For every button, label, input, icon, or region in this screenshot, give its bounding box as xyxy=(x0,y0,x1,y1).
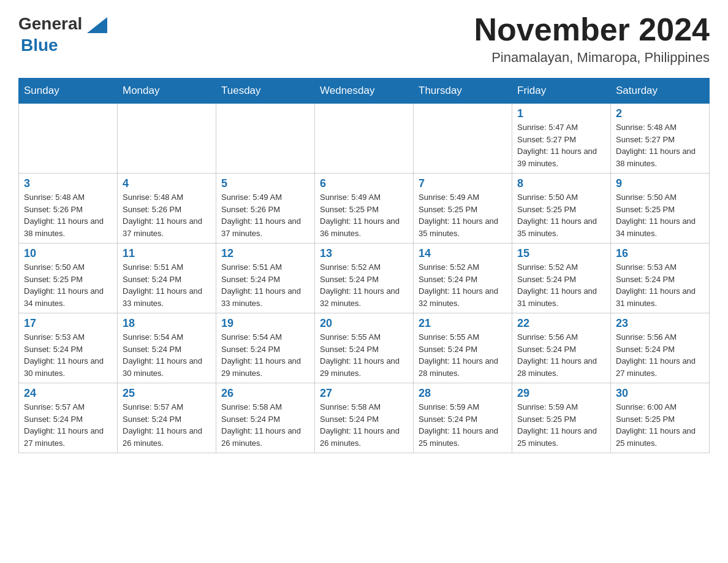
day-info: Sunrise: 5:51 AMSunset: 5:24 PMDaylight:… xyxy=(221,261,309,309)
day-info: Sunrise: 5:48 AMSunset: 5:26 PMDaylight:… xyxy=(24,191,112,239)
day-info: Sunrise: 5:50 AMSunset: 5:25 PMDaylight:… xyxy=(24,261,112,309)
calendar-cell: 8Sunrise: 5:50 AMSunset: 5:25 PMDaylight… xyxy=(512,174,611,243)
day-number: 14 xyxy=(419,247,507,260)
calendar-day-header: Wednesday xyxy=(315,79,414,104)
calendar-cell: 20Sunrise: 5:55 AMSunset: 5:24 PMDayligh… xyxy=(315,313,414,383)
calendar-cell: 22Sunrise: 5:56 AMSunset: 5:24 PMDayligh… xyxy=(512,313,611,383)
day-number: 30 xyxy=(616,387,704,400)
day-number: 22 xyxy=(517,317,605,330)
calendar-cell: 30Sunrise: 6:00 AMSunset: 5:25 PMDayligh… xyxy=(611,383,710,453)
month-title: November 2024 xyxy=(474,12,710,47)
calendar-cell: 12Sunrise: 5:51 AMSunset: 5:24 PMDayligh… xyxy=(216,243,315,313)
day-number: 11 xyxy=(123,247,211,260)
day-info: Sunrise: 5:51 AMSunset: 5:24 PMDaylight:… xyxy=(123,261,211,309)
day-info: Sunrise: 5:57 AMSunset: 5:24 PMDaylight:… xyxy=(24,401,112,449)
day-number: 6 xyxy=(320,177,408,190)
calendar-cell: 25Sunrise: 5:57 AMSunset: 5:24 PMDayligh… xyxy=(118,383,216,453)
day-number: 18 xyxy=(123,317,211,330)
day-number: 27 xyxy=(320,387,408,400)
logo-general-text: General xyxy=(18,14,82,34)
day-number: 20 xyxy=(320,317,408,330)
calendar-day-header: Thursday xyxy=(414,79,512,104)
calendar-cell xyxy=(118,104,216,174)
calendar-cell: 6Sunrise: 5:49 AMSunset: 5:25 PMDaylight… xyxy=(315,174,414,243)
day-info: Sunrise: 5:52 AMSunset: 5:24 PMDaylight:… xyxy=(320,261,408,309)
calendar-cell xyxy=(315,104,414,174)
day-number: 17 xyxy=(24,317,112,330)
day-number: 29 xyxy=(517,387,605,400)
calendar-day-header: Sunday xyxy=(19,79,118,104)
calendar-cell: 4Sunrise: 5:48 AMSunset: 5:26 PMDaylight… xyxy=(118,174,216,243)
location-text: Pinamalayan, Mimaropa, Philippines xyxy=(474,50,710,66)
day-number: 7 xyxy=(419,177,507,190)
calendar-cell: 16Sunrise: 5:53 AMSunset: 5:24 PMDayligh… xyxy=(611,243,710,313)
day-number: 4 xyxy=(123,177,211,190)
day-number: 19 xyxy=(221,317,309,330)
svg-marker-0 xyxy=(87,17,107,33)
calendar-cell: 11Sunrise: 5:51 AMSunset: 5:24 PMDayligh… xyxy=(118,243,216,313)
calendar-cell: 26Sunrise: 5:58 AMSunset: 5:24 PMDayligh… xyxy=(216,383,315,453)
day-info: Sunrise: 5:53 AMSunset: 5:24 PMDaylight:… xyxy=(24,331,112,379)
day-number: 5 xyxy=(221,177,309,190)
calendar-cell: 24Sunrise: 5:57 AMSunset: 5:24 PMDayligh… xyxy=(19,383,118,453)
day-number: 9 xyxy=(616,177,704,190)
day-info: Sunrise: 5:47 AMSunset: 5:27 PMDaylight:… xyxy=(517,121,605,169)
day-number: 28 xyxy=(419,387,507,400)
day-info: Sunrise: 5:58 AMSunset: 5:24 PMDaylight:… xyxy=(320,401,408,449)
calendar-cell: 23Sunrise: 5:56 AMSunset: 5:24 PMDayligh… xyxy=(611,313,710,383)
day-number: 25 xyxy=(123,387,211,400)
calendar-day-header: Tuesday xyxy=(216,79,315,104)
calendar-cell xyxy=(414,104,512,174)
day-number: 23 xyxy=(616,317,704,330)
day-number: 15 xyxy=(517,247,605,260)
calendar-header-row: SundayMondayTuesdayWednesdayThursdayFrid… xyxy=(19,79,710,104)
logo-blue-text: Blue xyxy=(21,36,58,55)
day-info: Sunrise: 5:49 AMSunset: 5:25 PMDaylight:… xyxy=(320,191,408,239)
logo-icon xyxy=(84,12,107,36)
day-info: Sunrise: 5:57 AMSunset: 5:24 PMDaylight:… xyxy=(123,401,211,449)
day-info: Sunrise: 5:58 AMSunset: 5:24 PMDaylight:… xyxy=(221,401,309,449)
calendar-cell: 7Sunrise: 5:49 AMSunset: 5:25 PMDaylight… xyxy=(414,174,512,243)
calendar-cell xyxy=(216,104,315,174)
day-info: Sunrise: 5:59 AMSunset: 5:24 PMDaylight:… xyxy=(419,401,507,449)
day-number: 3 xyxy=(24,177,112,190)
calendar-cell: 21Sunrise: 5:55 AMSunset: 5:24 PMDayligh… xyxy=(414,313,512,383)
calendar-cell: 1Sunrise: 5:47 AMSunset: 5:27 PMDaylight… xyxy=(512,104,611,174)
calendar-cell: 2Sunrise: 5:48 AMSunset: 5:27 PMDaylight… xyxy=(611,104,710,174)
day-number: 16 xyxy=(616,247,704,260)
day-info: Sunrise: 5:52 AMSunset: 5:24 PMDaylight:… xyxy=(517,261,605,309)
day-info: Sunrise: 5:50 AMSunset: 5:25 PMDaylight:… xyxy=(616,191,704,239)
week-row: 1Sunrise: 5:47 AMSunset: 5:27 PMDaylight… xyxy=(19,104,710,174)
day-info: Sunrise: 5:55 AMSunset: 5:24 PMDaylight:… xyxy=(320,331,408,379)
calendar-cell: 13Sunrise: 5:52 AMSunset: 5:24 PMDayligh… xyxy=(315,243,414,313)
calendar-day-header: Monday xyxy=(118,79,216,104)
week-row: 10Sunrise: 5:50 AMSunset: 5:25 PMDayligh… xyxy=(19,243,710,313)
calendar-cell: 29Sunrise: 5:59 AMSunset: 5:25 PMDayligh… xyxy=(512,383,611,453)
week-row: 3Sunrise: 5:48 AMSunset: 5:26 PMDaylight… xyxy=(19,174,710,243)
calendar-cell: 9Sunrise: 5:50 AMSunset: 5:25 PMDaylight… xyxy=(611,174,710,243)
calendar-table: SundayMondayTuesdayWednesdayThursdayFrid… xyxy=(18,78,710,453)
calendar-cell: 14Sunrise: 5:52 AMSunset: 5:24 PMDayligh… xyxy=(414,243,512,313)
day-info: Sunrise: 5:55 AMSunset: 5:24 PMDaylight:… xyxy=(419,331,507,379)
page-header: General Blue November 2024 Pinamalayan, … xyxy=(18,12,710,66)
day-info: Sunrise: 5:56 AMSunset: 5:24 PMDaylight:… xyxy=(517,331,605,379)
calendar-cell: 10Sunrise: 5:50 AMSunset: 5:25 PMDayligh… xyxy=(19,243,118,313)
day-info: Sunrise: 5:49 AMSunset: 5:25 PMDaylight:… xyxy=(419,191,507,239)
day-info: Sunrise: 5:50 AMSunset: 5:25 PMDaylight:… xyxy=(517,191,605,239)
day-info: Sunrise: 5:49 AMSunset: 5:26 PMDaylight:… xyxy=(221,191,309,239)
calendar-cell: 5Sunrise: 5:49 AMSunset: 5:26 PMDaylight… xyxy=(216,174,315,243)
calendar-cell: 3Sunrise: 5:48 AMSunset: 5:26 PMDaylight… xyxy=(19,174,118,243)
day-number: 21 xyxy=(419,317,507,330)
calendar-cell: 19Sunrise: 5:54 AMSunset: 5:24 PMDayligh… xyxy=(216,313,315,383)
calendar-cell xyxy=(19,104,118,174)
day-number: 8 xyxy=(517,177,605,190)
day-number: 10 xyxy=(24,247,112,260)
calendar-cell: 27Sunrise: 5:58 AMSunset: 5:24 PMDayligh… xyxy=(315,383,414,453)
day-info: Sunrise: 5:53 AMSunset: 5:24 PMDaylight:… xyxy=(616,261,704,309)
day-number: 24 xyxy=(24,387,112,400)
day-info: Sunrise: 5:54 AMSunset: 5:24 PMDaylight:… xyxy=(221,331,309,379)
day-info: Sunrise: 5:54 AMSunset: 5:24 PMDaylight:… xyxy=(123,331,211,379)
title-section: November 2024 Pinamalayan, Mimaropa, Phi… xyxy=(474,12,710,66)
day-info: Sunrise: 5:59 AMSunset: 5:25 PMDaylight:… xyxy=(517,401,605,449)
day-number: 26 xyxy=(221,387,309,400)
